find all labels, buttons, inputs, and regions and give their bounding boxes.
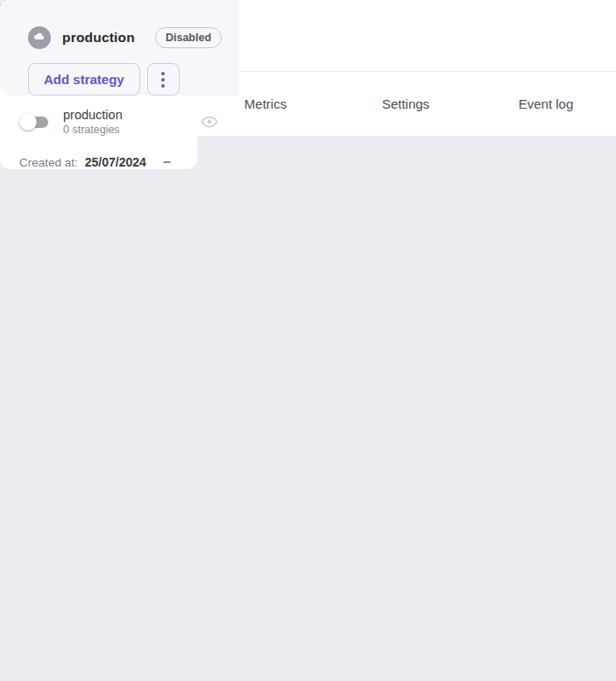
production-toggle[interactable] xyxy=(19,113,51,131)
cloud-icon xyxy=(28,26,51,49)
production-environment-panel: production Disabled Add strategy xyxy=(0,0,239,96)
kebab-menu-icon xyxy=(161,72,165,75)
production-panel-actions: Add strategy xyxy=(0,49,239,96)
environment-menu-button[interactable] xyxy=(147,63,180,96)
collapse-details-button[interactable]: – xyxy=(163,155,171,169)
tab-event-log[interactable]: Event log xyxy=(476,72,616,136)
created-at-row: Created at: 25/07/2024 – xyxy=(0,155,197,169)
created-at-value: 25/07/2024 xyxy=(85,155,146,169)
environment-toggle-row-production: production 0 strategies xyxy=(0,108,238,136)
toggle-thumb xyxy=(19,113,37,131)
created-at-label: Created at: xyxy=(19,156,78,169)
add-strategy-button[interactable]: Add strategy xyxy=(28,63,140,96)
environment-name: production xyxy=(63,108,123,122)
production-panel-header: production Disabled xyxy=(0,0,239,49)
environment-strategy-count: 0 strategies xyxy=(63,124,123,136)
disabled-chip: Disabled xyxy=(155,27,222,48)
tab-settings[interactable]: Settings xyxy=(336,72,476,136)
view-environment-button[interactable] xyxy=(200,112,219,131)
eye-icon xyxy=(200,112,219,131)
environment-panel-name: production xyxy=(62,30,135,46)
environment-labels: production 0 strategies xyxy=(63,108,123,136)
